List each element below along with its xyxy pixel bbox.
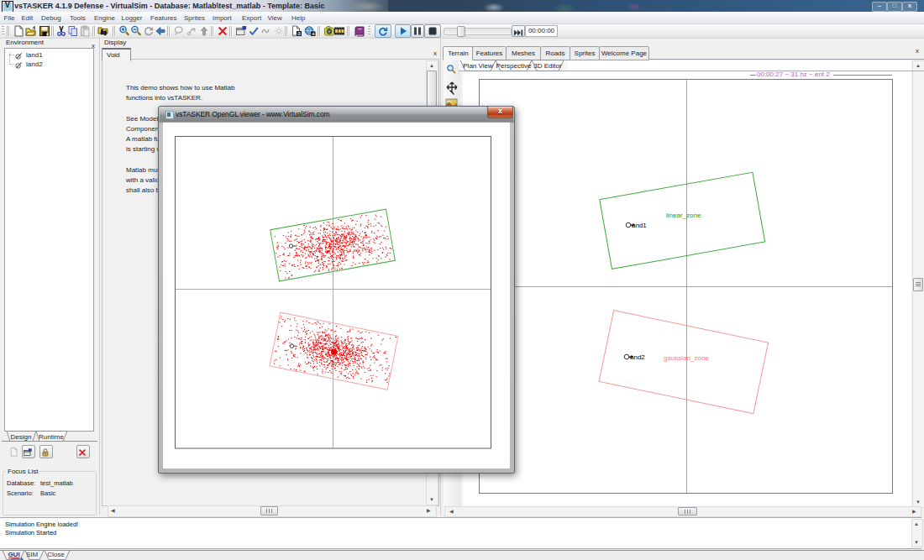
svg-text:Runtime: Runtime xyxy=(39,433,64,441)
svg-text:gaussian_zone: gaussian_zone xyxy=(664,354,709,362)
svg-text:Close: Close xyxy=(47,551,65,558)
svg-text:3D Editor: 3D Editor xyxy=(533,62,562,70)
svg-text:Perspective: Perspective xyxy=(496,62,532,70)
svg-text:Design: Design xyxy=(11,433,32,441)
svg-text:and1: and1 xyxy=(632,222,647,229)
svg-text:linear_zone: linear_zone xyxy=(666,212,701,219)
svg-text:GUI: GUI xyxy=(8,551,19,558)
svg-text:SIM: SIM xyxy=(26,551,39,558)
svg-text:and2: and2 xyxy=(630,353,645,361)
svg-text:a: a xyxy=(297,30,301,36)
svg-text:Plan View: Plan View xyxy=(463,62,493,70)
